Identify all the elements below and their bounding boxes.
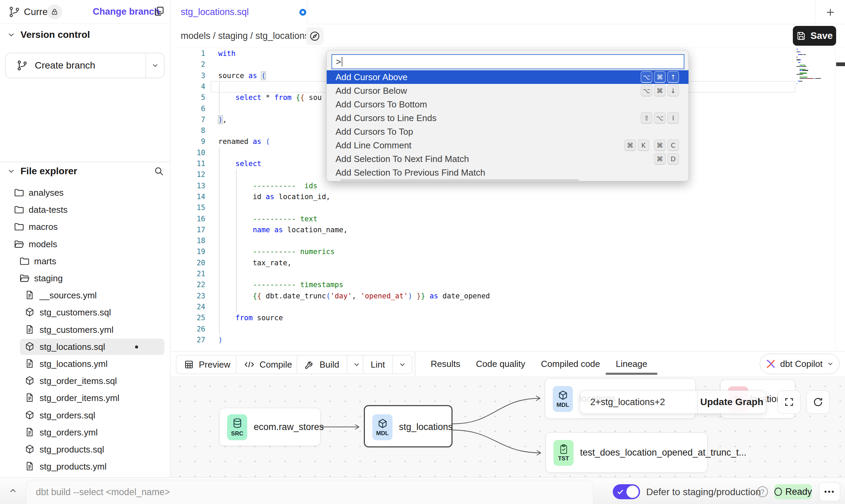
file-tree-item-stg-products-yml[interactable]: stg_products.yml <box>0 458 171 475</box>
tab-lineage[interactable]: Lineage <box>616 352 648 376</box>
preview-button[interactable]: Preview <box>176 355 238 374</box>
copy-branch-icon[interactable] <box>153 5 165 17</box>
create-branch-main[interactable]: Create branch <box>5 53 146 78</box>
clipboard-badge: TST <box>553 440 574 466</box>
line-number: 22 <box>171 279 205 290</box>
code-line-1: with <box>218 48 236 59</box>
file-tree-item-analyses[interactable]: analyses <box>0 184 171 201</box>
version-control-section-header[interactable]: Version control <box>7 29 90 40</box>
file-tree-item-marts[interactable]: marts <box>0 253 171 270</box>
floppy-icon <box>796 31 806 41</box>
change-branch-link[interactable]: Change branch <box>93 6 160 17</box>
command-item-add-cursor-below[interactable]: Add Cursor Below⌥⌘↓ <box>327 84 689 98</box>
command-label: Add Cursor Below <box>336 86 636 96</box>
cube-badge: MDL <box>553 386 573 412</box>
file-tree-item-stg-customers-sql[interactable]: stg_customers.sql <box>0 304 171 321</box>
build-main[interactable]: Build <box>297 355 347 374</box>
dbt-copilot-button[interactable]: dbt Copilot <box>760 354 840 374</box>
compile-button[interactable]: Compile <box>236 355 300 374</box>
minimap-line <box>800 51 801 52</box>
breadcrumb[interactable]: models / staging / stg_locations.sql <box>181 31 324 41</box>
line-number: 7 <box>171 114 205 125</box>
command-item-add-selection-to-next-find-match[interactable]: Add Selection To Next Find Match⌘D <box>327 152 689 166</box>
tab-results[interactable]: Results <box>431 352 460 376</box>
plus-icon <box>825 7 835 17</box>
build-button[interactable]: Build <box>297 355 367 374</box>
folder-icon <box>14 187 25 198</box>
file-label: stg_orders.yml <box>40 427 98 438</box>
file-explorer-section-header[interactable]: File explorer <box>7 166 164 177</box>
file-tree-item-macros[interactable]: macros <box>0 218 171 235</box>
line-number: 16 <box>171 213 205 224</box>
lint-main[interactable]: Lint <box>363 355 392 374</box>
file-tree-item-stg-order-items-yml[interactable]: stg_order_items.yml <box>0 389 171 406</box>
command-label: Add Selection To Next Find Match <box>336 154 649 164</box>
preview-main[interactable]: Preview <box>176 355 238 374</box>
new-tab-button[interactable] <box>815 0 845 24</box>
lineage-node-stg-locations[interactable]: MDLstg_locations <box>364 405 453 447</box>
lineage-canvas[interactable]: SRCecom.raw_storesMDLstg_locationsMDLloc… <box>171 376 845 477</box>
create-branch-button[interactable]: Create branch <box>5 53 164 78</box>
scrollbar-indicator[interactable] <box>836 62 845 66</box>
keybinding-group: ⌘D <box>654 153 679 165</box>
file-tree-item-stg-locations-yml[interactable]: stg_locations.yml <box>0 355 171 372</box>
minimap-line <box>797 66 801 67</box>
file-tree-item-stg-orders-sql[interactable]: stg_orders.sql <box>0 407 171 424</box>
file-label: marts <box>34 256 56 267</box>
lineage-selector-input[interactable]: 2+stg_locations+2 <box>580 391 697 413</box>
compile-main[interactable]: Compile <box>236 355 299 374</box>
lineage-node-ecom-raw-stores[interactable]: SRCecom.raw_stores <box>219 408 321 446</box>
search-icon[interactable] <box>153 166 164 177</box>
tab-stg-locations[interactable]: stg_locations.sql <box>171 0 307 24</box>
dbt-command-input[interactable]: dbt build --select <model_name> <box>26 480 593 504</box>
branch-locked-badge <box>47 4 62 19</box>
doc-icon <box>25 461 35 471</box>
refresh-button[interactable] <box>806 390 830 414</box>
file-tree-item-stg-locations-sql[interactable]: stg_locations.sql <box>0 338 171 355</box>
code-line-27: ) <box>218 335 223 345</box>
chevron-down-icon <box>7 30 16 39</box>
file-tree-item-models[interactable]: models <box>0 236 171 253</box>
code-line-9: renamed as ( <box>218 136 270 147</box>
command-item-add-cursors-to-bottom[interactable]: Add Cursors To Bottom <box>327 98 689 111</box>
file-label: stg_products.sql <box>40 444 104 455</box>
more-options-button[interactable]: ••• <box>819 482 840 501</box>
button-label: Lint <box>371 359 385 370</box>
fullscreen-button[interactable] <box>777 390 801 414</box>
help-icon[interactable]: ? <box>757 486 768 497</box>
file-tree-item-stg-orders-yml[interactable]: stg_orders.yml <box>0 424 171 441</box>
file-tree-item-stg-products-sql[interactable]: stg_products.sql <box>0 441 171 458</box>
file-tree-item-stg-order-items-sql[interactable]: stg_order_items.sql <box>0 372 171 389</box>
minimap-line <box>797 49 798 49</box>
folder-icon <box>19 256 30 267</box>
save-button[interactable]: Save <box>793 26 836 46</box>
lint-dropdown[interactable] <box>393 355 412 374</box>
divider <box>0 162 171 162</box>
command-item-add-cursors-to-top[interactable]: Add Cursors To Top <box>327 125 689 138</box>
doc-icon <box>25 358 35 369</box>
command-item-add-selection-to-previous-find-match[interactable]: Add Selection To Previous Find Match <box>327 166 689 179</box>
code-line-23: {{ dbt.date_trunc('day', 'opened_at') }}… <box>218 291 490 301</box>
navigate-icon[interactable] <box>306 27 324 45</box>
command-palette-input[interactable]: > <box>331 54 684 69</box>
chevron-up-icon[interactable] <box>8 486 18 495</box>
lint-button[interactable]: Lint <box>363 355 412 374</box>
defer-label: Defer to staging/production <box>646 487 761 498</box>
minimap-line <box>800 70 801 71</box>
command-item-add-cursors-to-line-ends[interactable]: Add Cursors to Line Ends⇧⌥I <box>327 111 689 125</box>
defer-toggle[interactable] <box>613 484 640 499</box>
command-item-add-cursor-above[interactable]: Add Cursor Above⌥⌘↑ <box>327 70 689 84</box>
tab-code-quality[interactable]: Code quality <box>476 352 525 376</box>
create-branch-dropdown[interactable] <box>146 61 164 70</box>
file-tree-item-data-tests[interactable]: data-tests <box>0 201 171 218</box>
lineage-node-test-does-location-opened-at-trunc-t-[interactable]: TSTtest_does_location_opened_at_trunc_t.… <box>546 432 708 473</box>
minimap-line <box>816 78 820 79</box>
file-tree-item-stg-customers-yml[interactable]: stg_customers.yml <box>0 321 171 338</box>
file-tree-item-staging[interactable]: staging <box>0 270 171 287</box>
update-graph-button[interactable]: Update Graph <box>698 397 766 407</box>
tab-compiled-code[interactable]: Compiled code <box>541 352 600 376</box>
status-badge[interactable]: Ready <box>774 484 812 499</box>
file-tree-item--sources-yml[interactable]: __sources.yml <box>0 287 171 304</box>
command-item-add-line-comment[interactable]: Add Line Comment⌘K⌘C <box>327 138 689 152</box>
badge-label: TST <box>558 455 569 462</box>
